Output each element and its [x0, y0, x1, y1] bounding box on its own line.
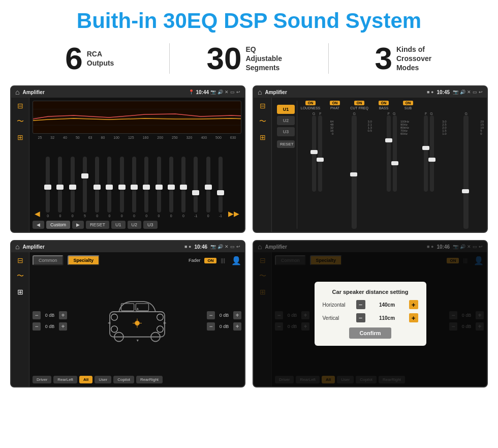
eq-custom-btn[interactable]: Custom	[46, 221, 70, 229]
db-plus-tr[interactable]: +	[233, 311, 241, 319]
eq-handle-1[interactable]	[56, 185, 64, 190]
fader-bottom-row: Driver RearLeft All User Copilot RearRig…	[33, 376, 241, 383]
eq-handle-7[interactable]	[131, 185, 138, 190]
ch-sub-badge[interactable]: ON	[403, 101, 414, 105]
loudness-handle-f[interactable]	[317, 158, 324, 162]
eq-prev-btn[interactable]: ◀	[33, 221, 44, 229]
preset-u3[interactable]: U3	[277, 127, 295, 136]
eq-slider-11: 0	[178, 157, 189, 218]
loudness-track-f[interactable]	[318, 115, 322, 192]
specialty-tab[interactable]: Specialty	[68, 255, 100, 265]
all-btn[interactable]: All	[79, 376, 92, 383]
wave-icon-1[interactable]: 〜	[17, 117, 24, 126]
home-icon-2[interactable]: ⌂	[258, 88, 262, 96]
phat-handle[interactable]	[350, 172, 357, 176]
wave-icon-2[interactable]: 〜	[259, 117, 266, 126]
eq-handle-3[interactable]	[81, 173, 88, 178]
eq-play-btn[interactable]: ▶	[72, 221, 84, 229]
vertical-plus-btn[interactable]: +	[409, 313, 418, 322]
dialog-overlay: Car speaker distance setting Horizontal …	[254, 241, 487, 386]
wave-icon-3[interactable]: 〜	[17, 272, 24, 281]
ch-loudness-badge[interactable]: ON	[305, 101, 316, 105]
db-minus-br[interactable]: −	[207, 322, 215, 331]
eq-right-arrow[interactable]: ▶▶	[227, 210, 240, 218]
eq-handle-14[interactable]	[217, 190, 224, 195]
phat-track[interactable]	[352, 115, 357, 229]
preset-u2[interactable]: U2	[277, 116, 295, 125]
ch-bass-badge[interactable]: ON	[379, 101, 389, 105]
preset-u1[interactable]: U1	[277, 105, 295, 114]
eq-left-arrow[interactable]: ◀	[34, 210, 41, 218]
eq-u2-btn[interactable]: U2	[128, 221, 142, 229]
eq-icon-2[interactable]: ⊟	[260, 102, 266, 110]
eq-handle-13[interactable]	[205, 185, 212, 190]
home-icon-3[interactable]: ⌂	[15, 243, 19, 251]
back-icon-2[interactable]: ↩	[479, 89, 483, 95]
bass-track-g[interactable]	[430, 115, 434, 192]
reset-btn-2[interactable]: RESET	[277, 140, 295, 148]
user-btn[interactable]: User	[95, 376, 111, 383]
cutfreq-handle-g[interactable]	[391, 161, 398, 165]
close-icon-1[interactable]: ✕	[225, 89, 229, 95]
eq-reset-btn[interactable]: RESET	[86, 221, 109, 229]
db-minus-tl[interactable]: −	[33, 311, 41, 319]
window-icon-3[interactable]: ▭	[230, 244, 235, 249]
horizontal-minus-btn[interactable]: −	[356, 300, 365, 309]
eq-handle-6[interactable]	[118, 185, 126, 190]
fader-on-badge[interactable]: ON	[204, 258, 216, 263]
cutfreq-track-g[interactable]	[393, 115, 397, 192]
eq-handle-12[interactable]	[192, 190, 199, 195]
eq-handle-8[interactable]	[143, 185, 150, 190]
driver-btn[interactable]: Driver	[33, 376, 51, 383]
db-minus-tr[interactable]: −	[207, 311, 215, 319]
cutfreq-track-f[interactable]	[387, 115, 391, 192]
eq-handle-11[interactable]	[180, 185, 187, 190]
eq-u1-btn[interactable]: U1	[111, 221, 126, 229]
db-plus-tl[interactable]: +	[59, 311, 67, 319]
bass-handle-f[interactable]	[422, 146, 429, 150]
screen1-content: ⊟ 〜 ⊞	[11, 98, 244, 232]
db-plus-bl[interactable]: +	[59, 322, 67, 331]
window-icon-2[interactable]: ▭	[473, 89, 477, 95]
phat-g-label: G	[353, 112, 355, 115]
speaker-icon-2[interactable]: ⊞	[260, 133, 266, 141]
bass-track-f[interactable]	[424, 115, 428, 192]
eq-handle-9[interactable]	[155, 185, 163, 190]
home-icon-1[interactable]: ⌂	[15, 88, 19, 96]
eq-u3-btn[interactable]: U3	[143, 221, 158, 229]
ch-phat-badge[interactable]: ON	[330, 101, 340, 105]
eq-icon-3[interactable]: ⊟	[17, 256, 23, 264]
loudness-track-g[interactable]	[312, 115, 316, 192]
close-icon-2[interactable]: ✕	[467, 89, 471, 95]
loudness-handle-g[interactable]	[310, 150, 318, 154]
eq-handle-5[interactable]	[106, 185, 113, 190]
ch-cutfreq-badge[interactable]: ON	[354, 101, 365, 105]
eq-handle-0[interactable]	[44, 185, 51, 190]
speaker-icon-1[interactable]: ⊞	[17, 133, 23, 141]
vertical-minus-btn[interactable]: −	[356, 313, 365, 322]
sub-track[interactable]	[463, 115, 469, 229]
confirm-button[interactable]: Confirm	[349, 327, 391, 339]
db-minus-bl[interactable]: −	[33, 322, 41, 331]
rearright-btn[interactable]: RearRight	[136, 376, 163, 383]
eq-handle-2[interactable]	[69, 185, 76, 190]
eq-handle-10[interactable]	[168, 185, 175, 190]
speaker-icon-3[interactable]: ⊞	[17, 288, 23, 296]
sub-g-label: G	[465, 112, 468, 115]
common-tab[interactable]: Common	[33, 255, 64, 265]
back-icon-1[interactable]: ↩	[236, 89, 240, 95]
vertical-control: − 110cm +	[356, 313, 418, 322]
horizontal-plus-btn[interactable]: +	[409, 300, 418, 309]
db-plus-br[interactable]: +	[233, 322, 241, 331]
window-icon-1[interactable]: ▭	[230, 89, 235, 95]
eq-track-0[interactable]	[46, 157, 50, 213]
sub-handle[interactable]	[462, 189, 469, 193]
close-icon-3[interactable]: ✕	[225, 244, 229, 249]
back-icon-3[interactable]: ↩	[236, 244, 240, 249]
rearleft-btn[interactable]: RearLeft	[53, 376, 77, 383]
copilot-btn[interactable]: Copilot	[113, 376, 134, 383]
cutfreq-handle-f[interactable]	[385, 138, 392, 142]
eq-icon-1[interactable]: ⊟	[17, 102, 23, 110]
bass-handle-g[interactable]	[428, 158, 435, 162]
eq-handle-4[interactable]	[94, 185, 101, 190]
